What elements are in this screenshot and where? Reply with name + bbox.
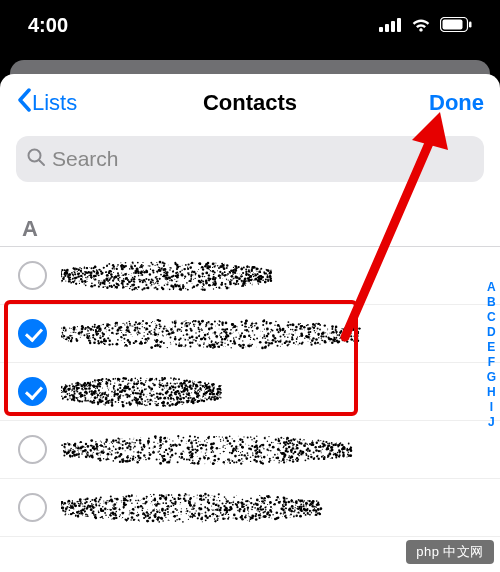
index-letter[interactable]: D [487,325,496,339]
svg-point-2357 [61,395,62,396]
svg-point-717 [171,279,173,281]
svg-point-3153 [293,439,295,441]
svg-point-225 [156,278,158,280]
svg-point-1492 [180,344,183,347]
index-letter[interactable]: I [487,400,496,414]
index-letter[interactable]: A [487,280,496,294]
contact-row[interactable] [0,479,500,537]
svg-point-1017 [155,330,156,331]
svg-point-4393 [125,519,127,521]
svg-point-1585 [175,343,176,344]
svg-point-845 [80,269,82,271]
svg-point-578 [182,284,184,286]
checkbox-unchecked-icon[interactable] [18,493,47,522]
svg-point-3390 [162,459,164,461]
svg-point-1407 [351,333,352,334]
svg-point-3009 [341,443,344,446]
svg-point-3293 [335,444,336,445]
checkbox-unchecked-icon[interactable] [18,435,47,464]
svg-point-3473 [256,435,257,436]
svg-point-3916 [130,500,131,501]
svg-point-2889 [63,445,65,447]
svg-point-720 [113,284,115,286]
search-input[interactable]: Search [16,136,484,182]
svg-point-857 [111,284,113,286]
svg-point-1826 [185,395,187,397]
svg-point-3514 [117,448,118,449]
svg-point-2117 [216,389,217,390]
svg-point-2106 [100,378,102,380]
contact-row[interactable] [0,421,500,479]
svg-point-3627 [309,513,311,515]
svg-point-1039 [87,328,88,329]
index-letter[interactable]: H [487,385,496,399]
svg-point-128 [178,272,179,273]
svg-point-830 [93,267,95,269]
svg-point-4228 [186,512,187,513]
checkbox-checked-icon[interactable] [18,319,47,348]
svg-point-3218 [310,443,312,445]
svg-point-3966 [304,500,305,501]
index-letter[interactable]: F [487,355,496,369]
svg-point-1121 [348,333,349,334]
svg-point-3494 [260,444,262,446]
contact-row[interactable] [0,247,500,305]
svg-point-1663 [159,319,161,321]
svg-point-3425 [125,450,126,451]
svg-point-3084 [163,436,166,439]
index-letter[interactable]: J [487,415,496,429]
svg-point-2725 [302,440,303,441]
svg-point-4287 [263,496,266,499]
svg-point-9 [81,267,83,269]
svg-point-92 [156,280,159,283]
contact-list[interactable] [0,247,500,537]
svg-point-1072 [214,331,217,334]
svg-point-981 [137,334,138,335]
svg-point-1653 [166,329,169,332]
alphabet-index[interactable]: ABCDEFGHIJ [487,280,496,429]
svg-point-1199 [157,333,159,335]
svg-point-1704 [139,333,140,334]
svg-point-3517 [296,444,298,446]
index-letter[interactable]: C [487,310,496,324]
svg-point-1345 [317,341,319,343]
svg-point-1270 [353,328,356,331]
svg-point-432 [245,281,246,282]
svg-point-1176 [90,328,93,331]
checkbox-unchecked-icon[interactable] [18,261,47,290]
svg-point-2572 [95,390,96,391]
svg-point-395 [106,277,108,279]
index-letter[interactable]: B [487,295,496,309]
svg-point-3640 [272,508,273,509]
svg-point-1333 [203,336,205,338]
svg-point-4126 [299,499,302,502]
back-button[interactable]: Lists [16,88,77,118]
contact-row[interactable] [0,305,500,363]
svg-point-2473 [111,398,114,401]
svg-point-2842 [168,447,170,449]
contact-row[interactable] [0,363,500,421]
svg-point-85 [98,274,100,276]
svg-point-462 [68,278,70,280]
svg-point-681 [165,278,166,279]
svg-point-909 [184,324,185,325]
svg-point-2449 [78,387,80,389]
svg-point-3219 [181,441,182,442]
svg-point-2332 [114,389,115,390]
index-letter[interactable]: E [487,340,496,354]
checkbox-checked-icon[interactable] [18,377,47,406]
svg-point-2465 [175,386,176,387]
svg-point-2893 [117,437,119,439]
svg-point-2425 [94,379,96,381]
svg-point-1795 [118,401,119,402]
svg-point-4245 [250,516,253,519]
done-button[interactable]: Done [429,90,484,116]
svg-point-2020 [140,381,143,384]
svg-point-131 [174,278,175,279]
svg-point-879 [270,278,271,279]
svg-point-3768 [291,505,294,508]
index-letter[interactable]: G [487,370,496,384]
svg-point-2021 [155,403,156,404]
svg-point-952 [327,328,328,329]
svg-point-3723 [255,518,258,521]
